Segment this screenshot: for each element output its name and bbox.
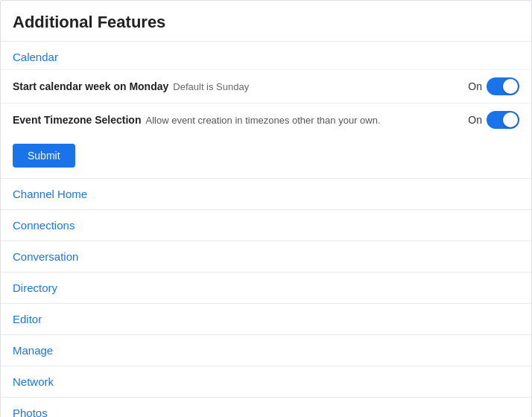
calendar-section: Calendar Start calendar week on MondayDe… [1, 42, 531, 179]
toggle-timezone[interactable] [487, 111, 519, 129]
submit-button[interactable]: Submit [13, 144, 75, 168]
nav-link-network[interactable]: Network [1, 366, 531, 398]
toggle-label-timezone: On [468, 114, 482, 126]
nav-link-conversation[interactable]: Conversation [1, 241, 531, 273]
setting-label-calendar-week: Start calendar week on MondayDefault is … [13, 80, 249, 92]
toggle-calendar-week[interactable] [487, 77, 519, 95]
nav-links-container: Channel HomeConnectionsConversationDirec… [1, 179, 531, 417]
toggle-knob-timezone [503, 112, 518, 127]
nav-link-connections[interactable]: Connections [1, 210, 531, 241]
setting-desc-timezone: Allow event creation in timezones other … [145, 115, 380, 126]
nav-link-channel-home[interactable]: Channel Home [1, 179, 531, 210]
toggle-label-calendar-week: On [468, 80, 482, 92]
setting-default-text: Default is Sunday [173, 81, 249, 92]
setting-label-timezone-main: Event Timezone Selection [13, 114, 141, 126]
nav-link-editor[interactable]: Editor [1, 304, 531, 335]
toggle-container-timezone: On [468, 111, 519, 129]
setting-label-main: Start calendar week on Monday [13, 80, 168, 92]
main-container: Additional Features Calendar Start calen… [0, 0, 532, 417]
toggle-container-calendar-week: On [468, 77, 519, 95]
nav-link-directory[interactable]: Directory [1, 273, 531, 304]
setting-row-calendar-week: Start calendar week on MondayDefault is … [1, 69, 531, 103]
nav-link-photos[interactable]: Photos [1, 398, 531, 417]
setting-label-timezone: Event Timezone SelectionAllow event crea… [13, 114, 381, 126]
toggle-knob-calendar-week [503, 79, 518, 94]
nav-link-manage[interactable]: Manage [1, 335, 531, 366]
calendar-section-link[interactable]: Calendar [1, 42, 531, 69]
setting-row-timezone: Event Timezone SelectionAllow event crea… [1, 103, 531, 136]
page-title: Additional Features [1, 1, 531, 42]
